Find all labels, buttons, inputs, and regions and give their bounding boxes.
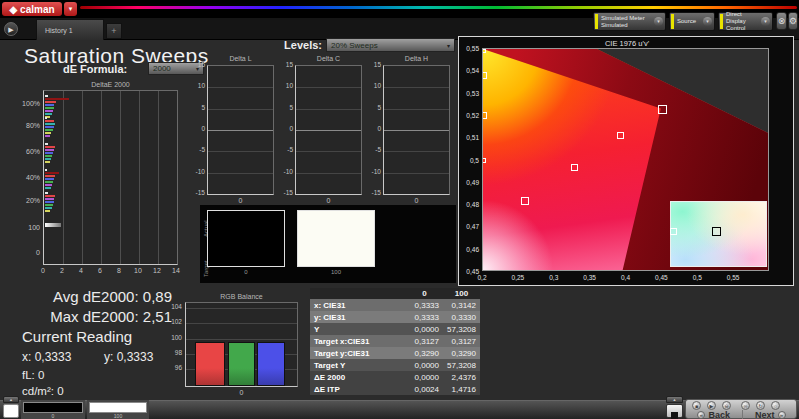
measurement-table: 0100x: CIE310,33330,3142y: CIE310,33330,…	[310, 288, 480, 395]
source-dropdown[interactable]: Source ▾	[669, 12, 715, 31]
meter-label: Simulated MeterSimulated	[601, 15, 654, 29]
patch-preview-panel: Actual Target 0 100	[200, 205, 456, 283]
row-value-100: 57,3208	[443, 361, 480, 370]
gridline	[384, 87, 449, 88]
de-bar-40%	[45, 187, 51, 189]
deltae-x-tick: 12	[150, 267, 164, 274]
de-bar-20%	[45, 207, 52, 209]
calman-logo-button[interactable]: ◈ calman	[2, 2, 62, 16]
row-value-100: 2,4376	[443, 373, 480, 382]
back-chevron-icon: «	[697, 411, 705, 419]
rgb-y-tick: 96	[158, 364, 182, 371]
rgb-bar-Red	[195, 342, 225, 386]
back-button[interactable]: « Back	[686, 410, 742, 419]
delta-y-tick: 10	[364, 82, 381, 89]
deltae-y-tick: 100	[11, 224, 40, 231]
de-bar-60%	[45, 146, 55, 148]
loop-button[interactable]: ∞	[741, 401, 750, 410]
chevron-down-icon: ▾	[761, 17, 770, 26]
row-value-0: 0,0000	[406, 325, 443, 334]
meter-accent-bar	[595, 14, 598, 29]
delta-y-tick: -10	[364, 168, 381, 175]
diamond-icon: ◈	[9, 4, 17, 15]
meter-dropdown[interactable]: Simulated MeterSimulated ▾	[593, 12, 666, 31]
delta-y-tick: -15	[188, 189, 205, 196]
cie-x-tick: 0,2	[470, 274, 494, 281]
next-chevron-icon: »	[778, 411, 786, 419]
cie-chart-title: CIE 1976 u'v'	[459, 39, 795, 48]
source-label: Source	[677, 18, 703, 25]
patch-tile-0[interactable]: 0	[21, 400, 85, 419]
gridline	[208, 173, 273, 174]
settings-button[interactable]: ⊗	[776, 12, 787, 30]
delta-y-tick: -15	[364, 189, 381, 196]
delta-y-tick: 0	[188, 125, 205, 132]
display-control-dropdown[interactable]: Direct Display Control ▾	[718, 12, 773, 31]
rgb-balance-chart	[185, 302, 298, 387]
de-bar-40%	[45, 181, 53, 183]
delta-y-tick: 0	[364, 125, 381, 132]
stop-all-button[interactable]	[666, 404, 683, 418]
patch-tile-100[interactable]: 100	[87, 400, 149, 419]
delta-y-tick: 0	[276, 125, 293, 132]
gridline	[177, 91, 178, 264]
session-play-button[interactable]: ▶	[4, 22, 18, 36]
row-value-0: 0,3290	[406, 349, 443, 358]
save-button[interactable]: ⊖	[722, 401, 731, 410]
refresh-button[interactable]: ↻	[756, 401, 765, 410]
row-label: Y	[310, 325, 406, 334]
delta-y-tick: 5	[276, 104, 293, 111]
de-bar-100%	[45, 95, 48, 97]
patch-swatch-0-label: 0	[207, 269, 285, 275]
deltae-chart-title: DeltaE 2000	[43, 81, 178, 88]
cie-data-point	[617, 132, 624, 139]
deltae-y-tick: 80%	[11, 122, 40, 129]
cie-y-tick: 0,53	[459, 90, 479, 97]
next-button[interactable]: Next »	[742, 410, 799, 419]
deltae-y-tick: 60%	[11, 148, 40, 155]
row-value-100: 0,3330	[443, 313, 480, 322]
avg-de2000: Avg dE2000: 0,89	[30, 288, 172, 305]
de-bar-20%	[45, 198, 54, 200]
levels-dropdown[interactable]: 20% Sweeps ▾	[326, 38, 455, 52]
expand-patches-button[interactable]: ▲	[3, 396, 19, 403]
current-patch-button[interactable]	[3, 404, 19, 418]
delta-y-tick: 5	[364, 104, 381, 111]
chevron-down-icon: ▾	[703, 17, 712, 26]
gridline	[101, 91, 102, 264]
cie-x-tick: 0,3	[542, 274, 566, 281]
cie-x-tick: 0,5	[685, 274, 709, 281]
gridline	[296, 109, 361, 110]
chevron-down-icon: ▾	[654, 17, 663, 26]
row-value-100: 57,3208	[443, 325, 480, 334]
cie-y-tick: 0,47	[459, 223, 479, 230]
rgb-balance-title: RGB Balance	[185, 293, 298, 300]
table-col-header: 0	[406, 289, 443, 298]
gridline	[384, 194, 449, 195]
delta-x-tick: 0	[207, 197, 274, 204]
cie-y-tick: 0,54	[459, 67, 479, 74]
cie-data-point	[521, 197, 529, 205]
cie-y-tick: 0,46	[459, 246, 479, 253]
panel-toggle-button[interactable]: ⚙	[788, 12, 798, 30]
cie-chart-panel: CIE 1976 u'v' 0,550,540,530,520,510,50,4…	[458, 36, 794, 286]
add-tab-button[interactable]: +	[106, 23, 122, 39]
delta-l-title: Delta L	[207, 55, 274, 62]
expand-controls-button[interactable]: ▲	[666, 396, 683, 403]
logo-text: calman	[20, 4, 54, 15]
deltae-x-tick: 2	[55, 267, 69, 274]
delta-x-tick: 0	[295, 197, 362, 204]
stop-button[interactable]: ■	[692, 401, 701, 410]
row-value-100: 0,3127	[443, 337, 480, 346]
play-button[interactable]: ▶	[707, 401, 716, 410]
row-label: ΔE ITP	[310, 385, 406, 394]
rgb-x-tick: 0	[185, 389, 298, 396]
max-de2000: Max dE2000: 2,51	[30, 308, 172, 325]
gridline	[384, 151, 449, 152]
cie-chart	[482, 48, 769, 271]
patch-0-swatch	[23, 402, 83, 413]
tab-history[interactable]: History 1	[36, 19, 104, 40]
logo-menu-arrow[interactable]: ▾	[64, 2, 77, 16]
stop-icon	[671, 412, 678, 419]
cie-x-tick: 0,25	[506, 274, 530, 281]
